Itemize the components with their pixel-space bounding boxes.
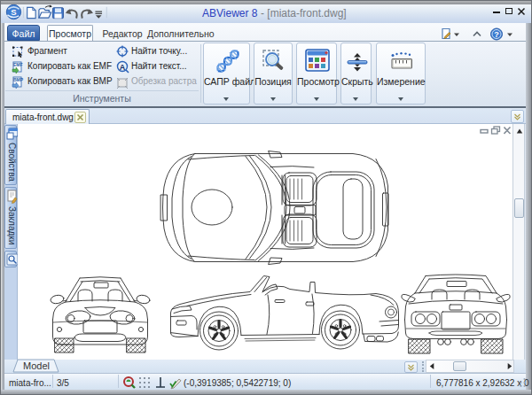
svg-text:S: S — [11, 7, 16, 17]
svg-text:BMP: BMP — [13, 77, 24, 82]
svg-text:EMF: EMF — [13, 62, 23, 67]
svg-text:?: ? — [494, 30, 499, 39]
svg-text:Model: Model — [23, 360, 50, 371]
svg-text:A: A — [120, 63, 126, 72]
